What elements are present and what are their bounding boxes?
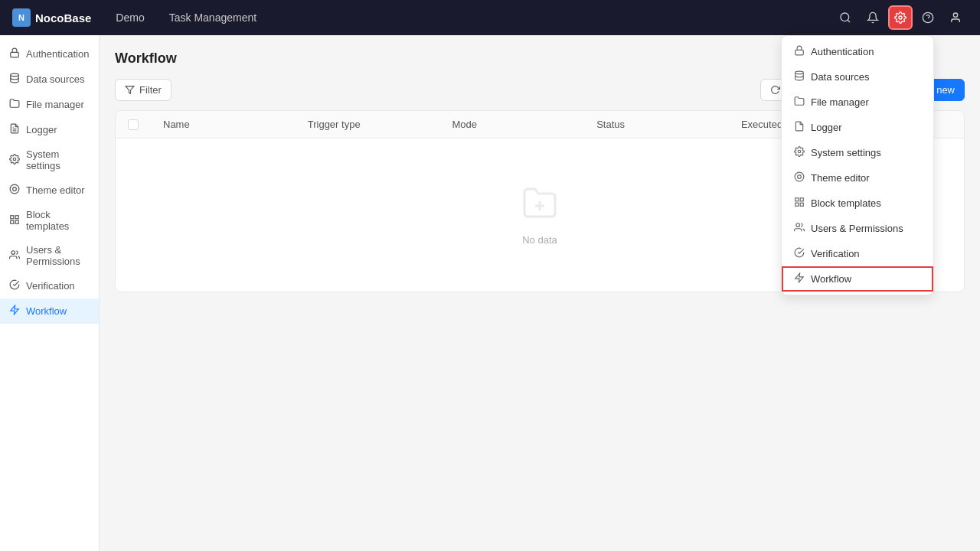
file-manager-icon [9, 98, 20, 111]
svg-rect-15 [11, 220, 14, 223]
refresh-icon [770, 85, 780, 95]
sidebar-item-theme-editor-label: Theme editor [26, 184, 85, 196]
sidebar-item-block-templates-label: Block templates [26, 209, 90, 232]
dropdown-logger-label: Logger [811, 122, 841, 133]
dropdown-verification-icon [794, 247, 805, 260]
settings-icon-btn[interactable] [888, 5, 913, 30]
sidebar-item-logger-label: Logger [26, 124, 57, 135]
sidebar-item-file-manager[interactable]: File manager [0, 92, 99, 117]
dropdown-workflow-label: Workflow [811, 273, 851, 285]
users-permissions-icon [9, 249, 20, 262]
dropdown-verification-label: Verification [811, 248, 860, 259]
navbar: N NocoBase Demo Task Management [0, 0, 980, 35]
sidebar-item-verification-label: Verification [26, 280, 75, 292]
sidebar: Authentication Data sources File manager… [0, 35, 100, 551]
search-icon-btn[interactable] [833, 5, 858, 30]
svg-rect-21 [795, 50, 804, 54]
dropdown-item-system-settings[interactable]: System settings [782, 140, 933, 165]
svg-marker-31 [795, 273, 804, 282]
svg-point-24 [795, 172, 804, 181]
svg-marker-18 [126, 86, 134, 94]
sidebar-item-file-manager-label: File manager [26, 99, 84, 110]
dropdown-item-users-permissions[interactable]: Users & Permissions [782, 216, 933, 241]
sidebar-item-system-settings[interactable]: System settings [0, 142, 99, 178]
dropdown-file-manager-icon [794, 96, 805, 109]
brand-name: NocoBase [35, 11, 91, 24]
authentication-icon [9, 47, 20, 60]
dropdown-item-workflow[interactable]: Workflow [782, 266, 933, 292]
sidebar-item-authentication[interactable]: Authentication [0, 41, 99, 67]
svg-rect-5 [11, 52, 19, 57]
sidebar-item-workflow[interactable]: Workflow [0, 298, 99, 324]
dropdown-item-data-sources[interactable]: Data sources [782, 64, 933, 90]
logger-icon [9, 123, 20, 136]
svg-point-16 [11, 250, 15, 254]
workflow-icon [9, 305, 20, 318]
dropdown-system-settings-icon [794, 146, 805, 159]
dropdown-data-sources-label: Data sources [811, 71, 870, 83]
dropdown-data-sources-icon [794, 70, 805, 83]
dropdown-authentication-icon [794, 45, 805, 58]
verification-icon [9, 279, 20, 292]
filter-icon [125, 85, 135, 95]
dropdown-block-templates-label: Block templates [811, 197, 881, 209]
user-icon-btn[interactable] [943, 5, 968, 30]
svg-rect-27 [800, 198, 803, 201]
svg-point-30 [796, 223, 800, 227]
dropdown-block-templates-icon [794, 197, 805, 210]
svg-rect-26 [795, 198, 799, 201]
filter-label: Filter [139, 84, 162, 96]
sidebar-item-verification[interactable]: Verification [0, 273, 99, 298]
sidebar-item-data-sources-label: Data sources [26, 73, 85, 85]
dropdown-item-block-templates[interactable]: Block templates [782, 191, 933, 216]
dropdown-authentication-label: Authentication [811, 46, 874, 57]
help-icon-btn[interactable] [916, 5, 940, 30]
svg-point-10 [10, 184, 19, 194]
dropdown-users-permissions-label: Users & Permissions [811, 223, 903, 234]
svg-rect-29 [795, 203, 799, 206]
bell-icon-btn[interactable] [861, 5, 885, 30]
dropdown-item-logger[interactable]: Logger [782, 115, 933, 140]
column-header-mode: Mode [452, 119, 584, 130]
sidebar-item-theme-editor[interactable]: Theme editor [0, 178, 99, 203]
dropdown-item-verification[interactable]: Verification [782, 241, 933, 266]
dropdown-file-manager-label: File manager [811, 96, 869, 108]
brand: N NocoBase [12, 8, 91, 27]
nav-task-management[interactable]: Task Management [163, 8, 263, 27]
dropdown-item-theme-editor[interactable]: Theme editor [782, 165, 933, 191]
svg-point-1 [899, 16, 902, 19]
select-all-checkbox[interactable] [128, 119, 139, 130]
system-settings-icon [9, 154, 20, 167]
sidebar-item-system-settings-label: System settings [26, 148, 90, 171]
svg-point-6 [11, 73, 19, 77]
svg-rect-14 [15, 220, 18, 223]
nav-demo[interactable]: Demo [109, 8, 150, 27]
sidebar-item-users-permissions[interactable]: Users & Permissions [0, 238, 99, 273]
dropdown-theme-editor-icon [794, 171, 805, 184]
dropdown-theme-editor-label: Theme editor [811, 172, 870, 184]
sidebar-item-logger[interactable]: Logger [0, 117, 99, 142]
filter-button[interactable]: Filter [115, 79, 172, 101]
dropdown-item-file-manager[interactable]: File manager [782, 90, 933, 115]
svg-rect-13 [15, 215, 18, 218]
svg-point-22 [795, 71, 804, 74]
svg-rect-28 [800, 203, 803, 206]
dropdown-workflow-icon [794, 272, 805, 285]
block-templates-icon [9, 214, 20, 227]
sidebar-item-data-sources[interactable]: Data sources [0, 67, 99, 92]
sidebar-item-block-templates[interactable]: Block templates [0, 203, 99, 238]
svg-point-11 [13, 187, 17, 191]
empty-text: No data [522, 234, 557, 246]
column-header-trigger: Trigger type [308, 119, 440, 130]
dropdown-system-settings-label: System settings [811, 147, 881, 158]
svg-point-25 [798, 175, 802, 179]
svg-point-4 [953, 13, 957, 17]
theme-editor-icon [9, 184, 20, 197]
column-header-name: Name [163, 119, 296, 130]
nav-icons [833, 5, 968, 30]
svg-rect-12 [11, 215, 14, 218]
dropdown-logger-icon [794, 121, 805, 134]
svg-point-23 [798, 150, 801, 153]
sidebar-item-users-permissions-label: Users & Permissions [26, 244, 90, 267]
dropdown-item-authentication[interactable]: Authentication [782, 39, 933, 64]
